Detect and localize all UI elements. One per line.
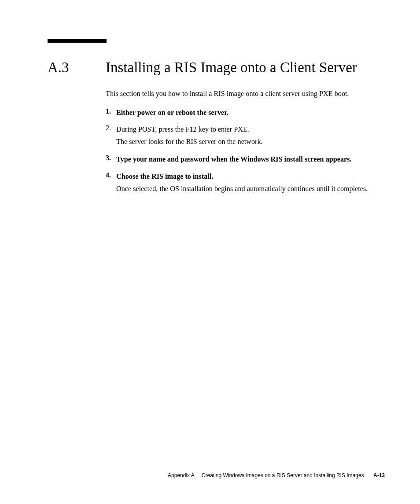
footer-page-number: A-13 [373,472,385,478]
section-rule-bar [48,39,107,43]
step-number: 3. [106,154,114,165]
section-number: A.3 [48,59,106,77]
step-text: Either power on or reboot the server. [116,107,385,118]
step-item: 4. Choose the RIS image to install. Once… [116,171,385,195]
footer-separator [195,472,200,478]
step-item: 1. Either power on or reboot the server. [116,107,385,118]
step-body: Either power on or reboot the server. [116,107,385,118]
step-item: 3. Type your name and password when the … [116,154,385,165]
step-number: 1. [106,107,114,118]
step-number: 2. [106,124,114,148]
section-heading: A.3 Installing a RIS Image onto a Client… [48,59,385,77]
section-body: This section tells you how to install a … [106,89,385,195]
step-body: Choose the RIS image to install. Once se… [116,171,385,195]
step-list: 1. Either power on or reboot the server.… [106,107,385,195]
step-text: Type your name and password when the Win… [116,154,385,165]
step-item: 2. During POST, press the F12 key to ent… [116,124,385,148]
section-title: Installing a RIS Image onto a Client Ser… [106,59,385,77]
page-footer: Appendix A Creating Windows Images on a … [168,472,385,478]
step-body: Type your name and password when the Win… [116,154,385,165]
footer-title: Creating Windows Images on a RIS Server … [202,472,364,478]
intro-paragraph: This section tells you how to install a … [106,89,385,99]
page-content: A.3 Installing a RIS Image onto a Client… [0,0,420,195]
step-body: During POST, press the F12 key to enter … [116,124,385,148]
step-sub-text: Once selected, the OS installation begin… [116,184,385,195]
step-number: 4. [106,171,114,195]
footer-appendix: Appendix A [168,472,194,478]
step-text: Choose the RIS image to install. [116,171,385,182]
step-sub-text: The server looks for the RIS server on t… [116,136,385,148]
step-text: During POST, press the F12 key to enter … [116,124,385,135]
